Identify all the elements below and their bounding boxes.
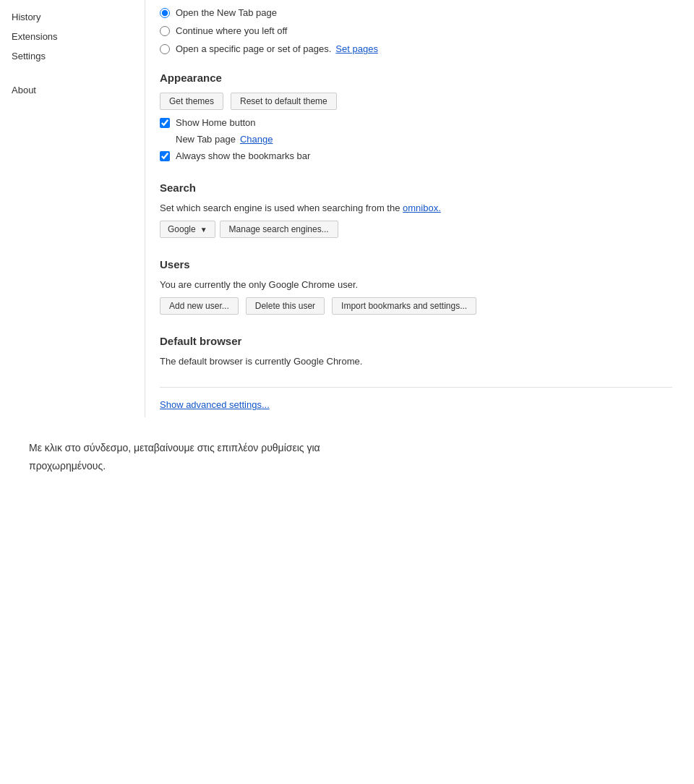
default-browser-section: Default browser The default browser is c…	[160, 335, 672, 367]
greek-line2: προχωρημένους.	[29, 460, 106, 472]
users-title: Users	[160, 258, 672, 270]
show-home-label: Show Home button	[176, 117, 256, 128]
sidebar-item-extensions[interactable]: Extensions	[0, 27, 145, 46]
appearance-section: Appearance Get themes Reset to default t…	[160, 72, 672, 161]
greek-text-section: Με κλικ στο σύνδεσμο, μεταβαίνουμε στις …	[0, 417, 694, 497]
radio-specific-pages[interactable]: Open a specific page or set of pages. Se…	[160, 43, 672, 54]
reset-theme-button[interactable]: Reset to default theme	[231, 93, 337, 110]
default-browser-title: Default browser	[160, 335, 672, 347]
sidebar-item-history[interactable]: History	[0, 7, 145, 27]
theme-buttons-row: Get themes Reset to default theme	[160, 93, 672, 110]
search-title: Search	[160, 182, 672, 194]
change-link[interactable]: Change	[240, 134, 273, 145]
get-themes-button[interactable]: Get themes	[160, 93, 223, 110]
set-pages-link[interactable]: Set pages	[335, 43, 378, 54]
radio-continue[interactable]: Continue where you left off	[160, 25, 672, 36]
search-description: Set which search engine is used when sea…	[160, 203, 672, 213]
users-section: Users You are currently the only Google …	[160, 258, 672, 315]
dropdown-arrow-icon: ▼	[200, 226, 207, 234]
import-bookmarks-button[interactable]: Import bookmarks and settings...	[332, 297, 476, 315]
manage-search-engines-button[interactable]: Manage search engines...	[220, 221, 338, 238]
sidebar: History Extensions Settings About	[0, 0, 145, 417]
search-section: Search Set which search engine is used w…	[160, 182, 672, 238]
divider	[160, 387, 672, 388]
bookmarks-checkbox[interactable]	[160, 151, 170, 161]
new-tab-label: New Tab page	[176, 134, 236, 145]
show-advanced-settings-link[interactable]: Show advanced settings...	[160, 399, 270, 410]
appearance-title: Appearance	[160, 72, 672, 84]
search-engine-select[interactable]: Google ▼	[160, 221, 215, 238]
omnibox-link[interactable]: omnibox.	[403, 203, 441, 213]
startup-section: Open the New Tab page Continue where you…	[160, 7, 672, 54]
show-home-row: Show Home button	[160, 117, 672, 128]
main-content: Open the New Tab page Continue where you…	[145, 0, 694, 417]
greek-line1: Με κλικ στο σύνδεσμο, μεταβαίνουμε στις …	[29, 442, 320, 453]
add-new-user-button[interactable]: Add new user...	[160, 297, 239, 315]
radio-new-tab[interactable]: Open the New Tab page	[160, 7, 672, 18]
bookmarks-label: Always show the bookmarks bar	[176, 150, 310, 161]
sidebar-item-settings[interactable]: Settings	[0, 46, 145, 66]
bookmarks-row: Always show the bookmarks bar	[160, 150, 672, 161]
users-description: You are currently the only Google Chrome…	[160, 279, 672, 290]
users-controls: Add new user... Delete this user Import …	[160, 297, 672, 315]
sidebar-item-about[interactable]: About	[0, 80, 145, 100]
search-controls: Google ▼ Manage search engines...	[160, 221, 672, 238]
show-home-checkbox[interactable]	[160, 118, 170, 128]
default-browser-description: The default browser is currently Google …	[160, 356, 672, 367]
new-tab-row: New Tab page Change	[176, 134, 672, 145]
delete-user-button[interactable]: Delete this user	[246, 297, 325, 315]
advanced-settings-row: Show advanced settings...	[160, 399, 672, 410]
